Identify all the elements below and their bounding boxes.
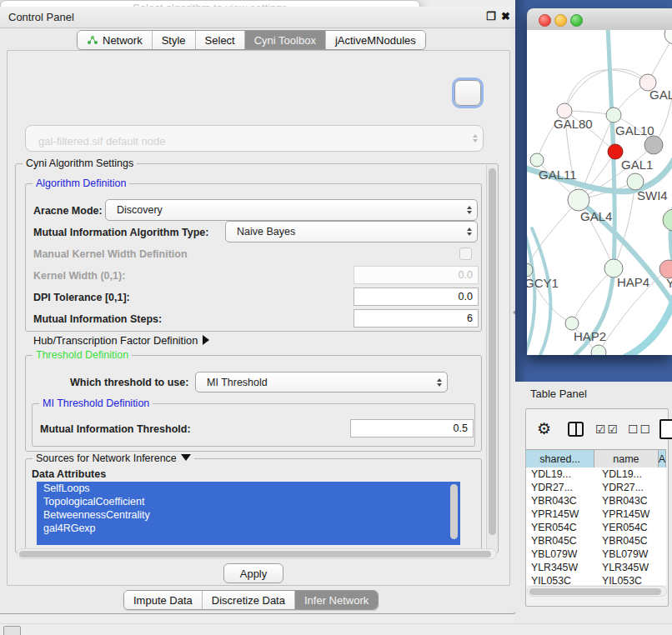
float-window-icon[interactable]: ❐ — [486, 10, 496, 22]
data-attribute-item[interactable]: BetweennessCentrality — [37, 508, 460, 522]
algorithm-definition-title: Algorithm Definition — [33, 178, 129, 189]
network-canvas[interactable]: GALGAL80GAL10GAL1GAL11SWI4GAL4GCY1HAP4YH… — [527, 30, 672, 355]
zoom-traffic-light-icon[interactable] — [570, 14, 583, 27]
network-node[interactable] — [663, 209, 672, 231]
network-node[interactable] — [591, 345, 606, 355]
tab-label: Style — [162, 34, 186, 47]
column-header[interactable]: name — [594, 450, 658, 468]
network-node[interactable] — [606, 108, 621, 122]
scrollbar-thumb[interactable] — [529, 588, 661, 595]
control-panel-titlebar[interactable] — [0, 7, 515, 28]
column-header[interactable]: A — [659, 450, 666, 468]
table-cell: YDL19... — [526, 468, 597, 481]
data-attribute-item[interactable]: gal4RGexp — [37, 522, 460, 535]
minimized-panel-icon[interactable] — [3, 626, 21, 635]
network-node-label: GAL10 — [615, 123, 654, 138]
sources-title[interactable]: Sources for Network Inference — [33, 452, 194, 464]
table-row[interactable]: YPR145WYPR145W9. — [526, 508, 666, 521]
table-cell: 12 — [663, 481, 666, 494]
mi-threshold-field[interactable]: 0.5 — [350, 419, 474, 438]
checked-boxes-icon[interactable]: ☑☑ — [595, 422, 619, 436]
table-row[interactable]: YIL053CYIL053C9 — [526, 574, 666, 585]
column-header[interactable]: shared... — [526, 450, 594, 468]
tab-impute-data[interactable]: Impute Data — [124, 591, 202, 609]
scrollbar-thumb[interactable] — [19, 551, 491, 558]
dpi-tolerance-field[interactable]: 0.0 — [354, 288, 479, 306]
close-icon[interactable]: ✖ — [501, 10, 510, 22]
hub-definition-expander[interactable]: Hub/Transcription Factor Definition — [33, 334, 209, 347]
table-body: YDL19...YDL19...13YDR27...YDR27...12YBR0… — [526, 468, 666, 585]
which-threshold-value: MI Threshold — [207, 377, 268, 388]
table-cell — [663, 548, 666, 561]
mi-steps-field[interactable]: 6 — [354, 309, 479, 328]
network-nodes: GALGAL80GAL10GAL1GAL11SWI4GAL4GCY1HAP4YH… — [527, 30, 672, 355]
table-row[interactable]: YBR045CYBR045C9. — [526, 534, 666, 548]
dpi-tolerance-label: DPI Tolerance [0,1]: — [33, 292, 130, 303]
aracne-mode-value: Discovery — [117, 204, 163, 216]
network-node[interactable] — [664, 30, 672, 44]
table-cell: 8. — [663, 521, 666, 534]
minimize-traffic-light-icon[interactable] — [554, 14, 567, 27]
stepper-icon — [473, 134, 478, 142]
table-row[interactable]: YLR345WYLR345W9. — [526, 561, 666, 574]
network-node-label: HAP2 — [574, 329, 606, 343]
network-node[interactable] — [530, 153, 544, 167]
table-cell: YBR045C — [597, 534, 663, 548]
data-attribute-item[interactable]: SelfLoops — [37, 482, 460, 495]
unchecked-boxes-icon[interactable]: ☐☐ — [628, 422, 652, 436]
data-attribute-item[interactable]: TopologicalCoefficient — [37, 495, 460, 508]
table-row[interactable]: YDL19...YDL19...13 — [526, 468, 666, 481]
mi-threshold-definition-title: MI Threshold Definition — [39, 398, 153, 409]
tab-cyni-toolbox[interactable]: Cyni Toolbox — [244, 31, 325, 49]
network-node-label: GAL80 — [554, 117, 593, 131]
tab-jactivemnodules[interactable]: jActiveMNodules — [325, 31, 425, 49]
table-row[interactable]: YBL079WYBL079W — [526, 548, 666, 561]
algorithm-combo-focus-fragment[interactable] — [454, 80, 481, 106]
stepper-icon — [437, 378, 442, 387]
table-cell: YER054C — [597, 521, 663, 534]
table-row[interactable]: YDR27...YDR27...12 — [526, 481, 666, 494]
gear-icon[interactable]: ⚙ — [537, 421, 551, 437]
list-scrollbar-thumb[interactable] — [450, 484, 458, 539]
network-node-label: HAP4 — [617, 275, 649, 289]
network-node[interactable] — [568, 189, 589, 211]
data-attributes-list[interactable]: SelfLoopsTopologicalCoefficientBetweenne… — [37, 482, 460, 545]
table-selection-combo[interactable] — [25, 125, 484, 152]
tab-discretize-data[interactable]: Discretize Data — [202, 591, 294, 609]
table-cell: 9. — [663, 561, 666, 574]
status-bar — [0, 623, 672, 635]
mi-steps-label: Mutual Information Steps: — [33, 313, 162, 325]
apply-button[interactable]: Apply — [223, 563, 283, 583]
network-node[interactable] — [627, 173, 644, 190]
network-node-label: GAL11 — [539, 168, 577, 182]
aracne-mode-combo[interactable]: Discovery — [105, 199, 478, 221]
table-horizontal-scrollbar[interactable] — [527, 586, 667, 597]
scrollbar-thumb[interactable] — [489, 168, 496, 535]
tab-network[interactable]: Network — [78, 31, 152, 49]
tab-infer-network[interactable]: Infer Network — [294, 591, 378, 609]
tab-style[interactable]: Style — [152, 31, 195, 49]
settings-horizontal-scrollbar[interactable] — [17, 548, 497, 559]
tab-label: Infer Network — [304, 594, 369, 607]
table-cell: YLR345W — [526, 561, 597, 574]
network-node[interactable] — [565, 317, 579, 330]
tab-label: Cyni Toolbox — [254, 34, 316, 47]
network-node[interactable] — [644, 136, 663, 154]
kernel-width-field[interactable]: 0.0 — [354, 266, 479, 284]
expand-right-icon — [203, 335, 209, 345]
manual-kernel-width-checkbox[interactable] — [459, 248, 472, 260]
table-row[interactable]: YER054CYER054C8. — [526, 521, 666, 534]
stepper-icon — [467, 206, 472, 214]
tab-label: Select — [205, 34, 235, 47]
which-threshold-combo[interactable]: MI Threshold — [195, 372, 448, 392]
table-row[interactable]: YBR043CYBR043C — [526, 494, 666, 508]
network-node-label: SWI4 — [637, 188, 668, 202]
close-traffic-light-icon[interactable] — [539, 14, 551, 27]
document-icon[interactable] — [659, 419, 672, 439]
manual-kernel-width-label: Manual Kernel Width Definition — [33, 248, 188, 260]
mi-algorithm-type-combo[interactable]: Naive Bayes — [225, 221, 478, 242]
settings-vertical-scrollbar[interactable] — [486, 165, 497, 550]
columns-icon[interactable] — [568, 422, 584, 437]
tab-select[interactable]: Select — [195, 31, 244, 49]
apply-button-label: Apply — [240, 568, 268, 580]
